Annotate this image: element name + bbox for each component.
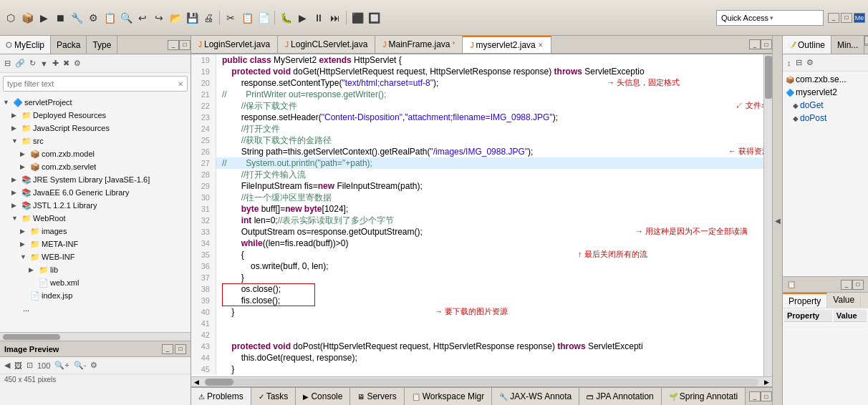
tab-main-frame[interactable]: J MainFrame.java * (375, 36, 463, 53)
delete-icon[interactable]: ✖ (62, 58, 71, 69)
bottom-tab-problems[interactable]: ⚠ Problems (191, 388, 251, 405)
quick-access-box[interactable]: Quick Access ▾ (716, 10, 824, 26)
new-icon[interactable]: ✚ (51, 58, 60, 69)
refresh-icon[interactable]: ↻ (28, 58, 37, 69)
tree-item-indexjsp[interactable]: 📄 index.jsp (0, 289, 191, 302)
tree-item-lib[interactable]: ▶ 📁 lib (0, 263, 191, 276)
collapse-right-panel-btn[interactable]: ◀ (772, 36, 782, 405)
code-vscroll-thumb[interactable] (765, 56, 772, 99)
search-input[interactable] (7, 79, 178, 88)
code-area[interactable]: 19 public class MyServlet2 extends HttpS… (191, 54, 772, 376)
tab-outline[interactable]: 📝 Outline (783, 36, 831, 54)
search-clear-icon[interactable]: ✕ (178, 80, 183, 88)
tree-item-metainf[interactable]: ▶ 📁 META-INF (0, 238, 191, 250)
toolbar-icon-20[interactable]: ⏭ (327, 10, 343, 26)
right-panel-minimize[interactable]: _ (864, 36, 868, 46)
editor-minimize[interactable]: _ (749, 39, 761, 49)
bottom-tab-tasks[interactable]: ✓ Tasks (251, 388, 296, 405)
image-preview-maximize[interactable]: □ (175, 344, 186, 354)
outline-item-dopost[interactable]: ◆ doPost (783, 112, 868, 125)
outline-item-doget[interactable]: ◆ doGet (783, 99, 868, 112)
editor-maximize[interactable]: □ (761, 39, 772, 49)
tab-login-cl-servlet[interactable]: J LoginCLServlet.java (278, 36, 375, 53)
filter-icon[interactable]: ▼ (39, 59, 49, 69)
link-icon[interactable]: 🔗 (14, 58, 26, 69)
tree-item-webxml[interactable]: 📄 web.xml (0, 276, 191, 289)
preview-zoom-fit-icon[interactable]: ⊡ (25, 360, 34, 371)
bottom-panel-maximize[interactable]: □ (761, 391, 772, 401)
tree-item-model[interactable]: ▶ 📦 com.zxb.model (0, 147, 191, 160)
tab-packa[interactable]: Packa (51, 36, 87, 54)
hscroll-track[interactable] (205, 379, 758, 386)
tab-type[interactable]: Type (87, 36, 117, 54)
toolbar-icon-3[interactable]: ▶ (36, 10, 52, 26)
outline-item-class[interactable]: 🔷 myservlet2 (783, 86, 868, 99)
toolbar-icon-12[interactable]: 💾 (184, 10, 200, 26)
toolbar-icon-8[interactable]: 🔍 (118, 10, 134, 26)
editor-hscrollbar[interactable]: ◀ ▶ (191, 376, 772, 386)
toolbar-icon-11[interactable]: 📂 (168, 10, 183, 26)
bottom-tab-servers[interactable]: 🖥 Servers (350, 388, 404, 405)
toolbar-icon-21[interactable]: ⬛ (349, 10, 365, 26)
tree-item-jstl[interactable]: ▶ 📚 JSTL 1.2.1 Library (0, 199, 191, 212)
scroll-right-btn[interactable]: ▶ (761, 379, 772, 386)
tree-item-src[interactable]: ▼ 📁 src (0, 135, 191, 147)
toolbar-icon-6[interactable]: ⚙ (85, 10, 101, 26)
toolbar-icon-4[interactable]: ⏹ (52, 10, 68, 26)
tree-item-javaee[interactable]: ▶ 📚 JavaEE 6.0 Generic Library (0, 186, 191, 199)
tab-mini[interactable]: Min... (831, 36, 864, 54)
bottom-tab-jaxws[interactable]: 🔧 JAX-WS Annota (492, 388, 579, 405)
code-vscrollbar[interactable] (763, 54, 772, 376)
tree-item-webroot[interactable]: ▼ 📁 WebRoot (0, 212, 191, 225)
preview-nav-icon[interactable]: ◀ (3, 360, 11, 371)
props-tab-property[interactable]: Property (783, 293, 827, 308)
preview-zoom-in-icon[interactable]: 🔍+ (53, 360, 70, 371)
toolbar-icon-14[interactable]: ✂ (223, 10, 238, 26)
tree-item-webinf[interactable]: ▼ 📁 WEB-INF (0, 250, 191, 263)
left-hscroll-thumb[interactable] (3, 334, 60, 340)
minimize-button[interactable]: _ (828, 13, 839, 23)
toolbar-icon-19[interactable]: ⏸ (311, 10, 327, 26)
bottom-tab-jpa[interactable]: 🗃 JPA Annotation (579, 388, 662, 405)
toolbar-icon-18[interactable]: ▶ (294, 10, 310, 26)
preview-zoom-out-icon[interactable]: 🔍- (72, 360, 88, 371)
toolbar-icon-10[interactable]: ↪ (151, 10, 167, 26)
properties-maximize[interactable]: □ (852, 280, 864, 290)
tree-item-jre[interactable]: ▶ 📚 JRE System Library [JavaSE-1.6] (0, 173, 191, 186)
tree-item-servlet[interactable]: ▶ 📦 com.zxb.servlet (0, 160, 191, 173)
tab-myservlet2[interactable]: J myservlet2.java ✕ (463, 36, 551, 53)
tree-item-servletproject[interactable]: ▼ 🔷 servletProject (0, 96, 191, 109)
image-preview-minimize[interactable]: _ (162, 344, 173, 354)
settings-icon[interactable]: ⚙ (72, 58, 82, 69)
toolbar-icon-1[interactable]: ⬡ (3, 10, 19, 26)
bottom-panel-minimize[interactable]: _ (749, 391, 761, 401)
tree-item-images[interactable]: ▶ 📁 images (0, 225, 191, 238)
toolbar-icon-15[interactable]: 📋 (239, 10, 255, 26)
preview-zoom-100-icon[interactable]: 100 (36, 361, 52, 371)
outline-item-package[interactable]: 📦 com.zxb.se... (783, 73, 868, 86)
properties-minimize[interactable]: _ (841, 280, 852, 290)
preview-settings-icon[interactable]: ⚙ (89, 360, 99, 371)
toolbar-icon-7[interactable]: 📋 (102, 10, 117, 26)
toolbar-icon-5[interactable]: 🔧 (69, 10, 85, 26)
hscroll-thumb[interactable] (205, 379, 233, 386)
preview-img-icon[interactable]: 🖼 (13, 361, 24, 371)
tree-item-more[interactable]: ... (0, 302, 191, 315)
toolbar-icon-13[interactable]: 🖨 (201, 10, 216, 26)
tree-item-deployed[interactable]: ▶ 📁 Deployed Resources (0, 109, 191, 122)
outline-settings-icon[interactable]: ⚙ (805, 57, 815, 68)
props-tab-value[interactable]: Value (827, 293, 861, 308)
outline-sort-icon[interactable]: ↕ (786, 58, 793, 68)
bottom-tab-console[interactable]: ▶ Console (296, 388, 350, 405)
tab-login-servlet[interactable]: J LoginServlet.java (191, 36, 278, 53)
left-hscrollbar[interactable] (0, 332, 191, 341)
left-panel-maximize[interactable]: □ (179, 40, 191, 50)
maximize-button[interactable]: □ (841, 13, 852, 23)
tab-close-button[interactable]: ✕ (538, 42, 544, 49)
tree-item-jsresources[interactable]: ▶ 📁 JavaScript Resources (0, 122, 191, 135)
tab-myeclip[interactable]: ⬡ MyEclip (0, 36, 51, 54)
outline-hide-fields-icon[interactable]: ⊟ (794, 57, 804, 68)
toolbar-icon-9[interactable]: ↩ (135, 10, 150, 26)
toolbar-icon-22[interactable]: 🔲 (366, 10, 382, 26)
bottom-tab-workspace[interactable]: 📋 Workspace Migr (405, 388, 492, 405)
